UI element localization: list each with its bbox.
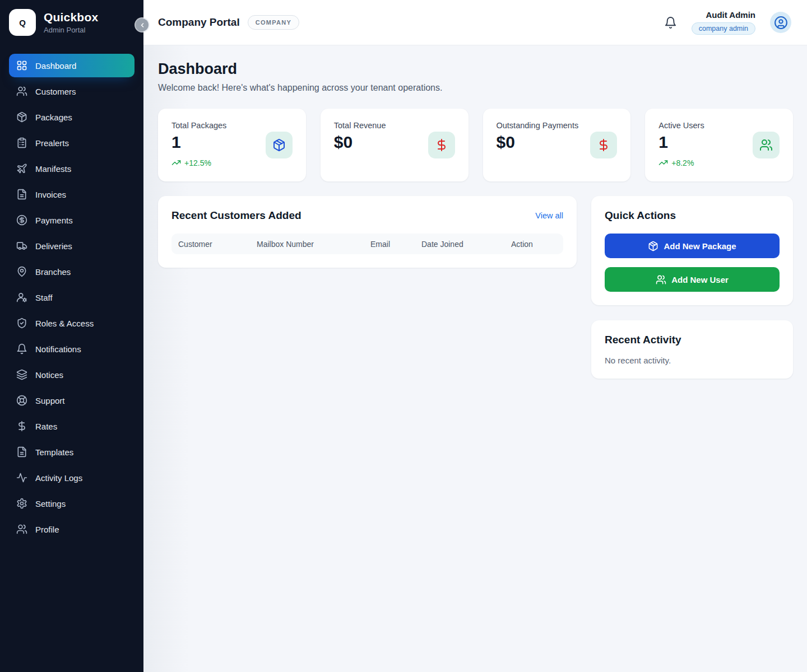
brand-subtitle: Admin Portal [44, 26, 98, 34]
portal-title: Company Portal [158, 16, 240, 29]
right-column: Quick Actions Add New Package Add New Us… [591, 196, 793, 379]
sidebar-item-packages[interactable]: Packages [9, 105, 134, 129]
column-header-email: Email [364, 240, 415, 249]
sidebar-item-settings[interactable]: Settings [9, 492, 134, 515]
dollar-icon [597, 138, 610, 152]
sidebar-item-notifications[interactable]: Notifications [9, 337, 134, 361]
sidebar-item-dashboard[interactable]: Dashboard [9, 54, 134, 77]
brand-text: Quickbox Admin Portal [44, 11, 98, 34]
company-badge: COMPANY [248, 15, 300, 30]
sidebar-item-roles-access[interactable]: Roles & Access [9, 311, 134, 335]
stat-card-active-users: Active Users 1 +8.2% [645, 109, 793, 181]
dollar-icon [435, 138, 448, 152]
stat-card-outstanding-payments: Outstanding Payments $0 [483, 109, 631, 181]
customers-table-header: CustomerMailbox NumberEmailDate JoinedAc… [171, 234, 563, 254]
life-buoy-icon [16, 395, 27, 406]
add-new-package-label: Add New Package [664, 241, 736, 251]
stats-row: Total Packages 1 +12.5% Total Revenue $0… [158, 109, 793, 181]
sidebar-item-invoices[interactable]: Invoices [9, 183, 134, 206]
notifications-button[interactable] [664, 16, 677, 29]
package-icon [16, 111, 27, 123]
sidebar-item-manifests[interactable]: Manifests [9, 157, 134, 180]
sidebar-nav: Dashboard Customers Packages Prealerts M… [0, 49, 143, 545]
sidebar-item-profile[interactable]: Profile [9, 517, 134, 541]
gear-icon [16, 498, 27, 509]
sidebar-item-support[interactable]: Support [9, 389, 134, 412]
sidebar-item-prealerts[interactable]: Prealerts [9, 131, 134, 155]
lower-grid: Recent Customers Added View all Customer… [158, 196, 793, 379]
stat-card-total-packages: Total Packages 1 +12.5% [158, 109, 306, 181]
recent-customers-head: Recent Customers Added View all [171, 209, 563, 222]
package-icon [272, 138, 286, 152]
clipboard-icon [16, 137, 27, 148]
recent-customers-title: Recent Customers Added [171, 209, 302, 222]
column-header-mailbox-number: Mailbox Number [250, 240, 364, 249]
file-text-icon [16, 446, 27, 458]
sidebar-item-rates[interactable]: Rates [9, 414, 134, 438]
users-icon [16, 86, 27, 97]
sidebar-item-branches[interactable]: Branches [9, 260, 134, 283]
quick-actions-card: Quick Actions Add New Package Add New Us… [591, 196, 793, 305]
topbar-right: Audit Admin company admin [664, 10, 791, 35]
add-new-user-label: Add New User [671, 275, 729, 284]
view-all-link[interactable]: View all [535, 211, 563, 220]
user-role-badge: company admin [692, 22, 755, 35]
brand: Q Quickbox Admin Portal [0, 0, 143, 45]
recent-customers-card: Recent Customers Added View all Customer… [158, 196, 577, 268]
user-name: Audit Admin [706, 10, 755, 20]
sidebar: Q Quickbox Admin Portal Dashboard Custom… [0, 0, 143, 672]
file-text-icon [16, 189, 27, 200]
users-icon [759, 138, 773, 152]
users-icon [16, 524, 27, 535]
recent-activity-title: Recent Activity [605, 334, 681, 346]
recent-activity-card: Recent Activity No recent activity. [591, 320, 793, 379]
plane-icon [16, 163, 27, 174]
topbar: Company Portal COMPANY Audit Admin compa… [143, 0, 807, 45]
quick-actions-title: Quick Actions [605, 209, 676, 221]
trending-up-icon [171, 158, 181, 167]
layers-icon [16, 369, 27, 380]
column-header-date-joined: Date Joined [415, 240, 504, 249]
avatar[interactable] [770, 12, 791, 33]
chevron-left-icon [139, 22, 146, 29]
sidebar-collapse-button[interactable] [136, 18, 149, 31]
brand-title: Quickbox [44, 11, 98, 24]
add-new-package-button[interactable]: Add New Package [605, 234, 780, 258]
brand-logo: Q [9, 9, 36, 36]
map-pin-icon [16, 266, 27, 277]
activity-icon [16, 472, 27, 483]
user-circle-icon [774, 16, 788, 30]
sidebar-item-notices[interactable]: Notices [9, 363, 134, 386]
sidebar-item-activity-logs[interactable]: Activity Logs [9, 466, 134, 489]
sidebar-item-staff[interactable]: Staff [9, 286, 134, 309]
user-meta: Audit Admin company admin [692, 10, 755, 35]
package-icon [648, 241, 658, 251]
shield-check-icon [16, 318, 27, 329]
user-gear-icon [16, 292, 27, 303]
truck-icon [16, 240, 27, 251]
page-subtitle: Welcome back! Here's what's happening ac… [158, 83, 793, 93]
bell-icon [664, 16, 677, 29]
brand-logo-letter: Q [19, 18, 26, 27]
column-header-customer: Customer [171, 240, 250, 249]
circle-dollar-icon [16, 214, 27, 226]
sidebar-item-customers[interactable]: Customers [9, 80, 134, 103]
page-title: Dashboard [158, 60, 793, 78]
users-icon [656, 274, 666, 285]
dashboard-icon [16, 60, 27, 71]
sidebar-item-templates[interactable]: Templates [9, 440, 134, 464]
dollar-icon [16, 421, 27, 432]
add-new-user-button[interactable]: Add New User [605, 267, 780, 292]
bell-icon [16, 343, 27, 354]
main-column: Company Portal COMPANY Audit Admin compa… [143, 0, 807, 672]
trending-up-icon [658, 158, 668, 167]
recent-activity-empty: No recent activity. [605, 356, 780, 365]
content: Dashboard Welcome back! Here's what's ha… [143, 45, 807, 672]
sidebar-item-payments[interactable]: Payments [9, 208, 134, 232]
sidebar-item-deliveries[interactable]: Deliveries [9, 234, 134, 258]
column-header-action: Action [504, 240, 563, 249]
stat-card-total-revenue: Total Revenue $0 [321, 109, 469, 181]
